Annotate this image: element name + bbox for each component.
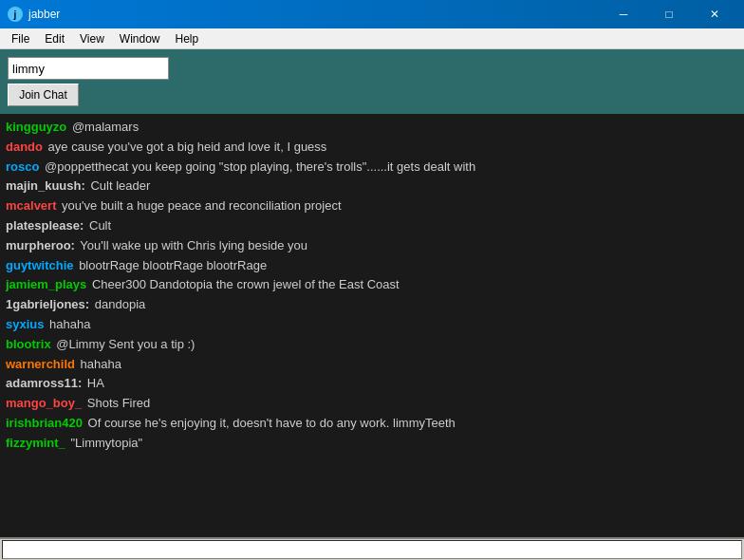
- username: kingguyzo: [6, 120, 66, 134]
- message-line: jamiem_plays Cheer300 Dandotopia the cro…: [6, 275, 738, 295]
- username: blootrix: [6, 337, 51, 351]
- menu-help[interactable]: Help: [168, 30, 207, 47]
- title-bar-left: j jabber: [8, 7, 60, 22]
- message-text: Cheer300 Dandotopia the crown jewel of t…: [88, 277, 399, 291]
- chat-container: kingguyzo @malamarsdando aye cause you'v…: [0, 114, 744, 537]
- message-text: you've built a huge peace and reconcilia…: [58, 198, 341, 213]
- message-line: warnerchild hahaha: [6, 355, 738, 375]
- message-text: @Limmy Sent you a tip :): [53, 337, 195, 351]
- message-text: Cult leader: [87, 178, 150, 193]
- input-bar: [0, 537, 744, 560]
- username: adamross11:: [6, 376, 82, 390]
- message-line: mcalvert you've built a huge peace and r…: [6, 196, 738, 216]
- message-text: HA: [84, 376, 104, 390]
- message-line: dando aye cause you've got a big heid an…: [6, 138, 738, 158]
- message-line: syxius hahaha: [6, 315, 738, 335]
- join-chat-button[interactable]: Join Chat: [8, 84, 79, 106]
- username: 1gabrieljones:: [6, 297, 89, 311]
- username: murpheroo:: [6, 238, 75, 252]
- message-text: Cult: [85, 218, 111, 233]
- menu-file[interactable]: File: [4, 30, 37, 47]
- message-text: hahaha: [46, 317, 90, 331]
- message-line: platesplease: Cult: [6, 216, 738, 236]
- message-line: mango_boy_ Shots Fired: [6, 394, 738, 414]
- title-bar-controls: ─ □ ✕: [602, 0, 736, 28]
- menu-window[interactable]: Window: [112, 30, 168, 47]
- message-line: majin_kuush: Cult leader: [6, 177, 738, 196]
- username: syxius: [6, 317, 44, 331]
- username: majin_kuush:: [6, 178, 85, 193]
- username: mango_boy_: [6, 396, 82, 410]
- message-text: blootrRage blootrRage blootrRage: [76, 258, 268, 272]
- top-controls: Join Chat: [0, 49, 744, 114]
- username: jamiem_plays: [6, 277, 86, 291]
- username: guytwitchie: [6, 258, 74, 272]
- minimize-button[interactable]: ─: [602, 0, 645, 28]
- maximize-button[interactable]: □: [647, 0, 691, 28]
- menu-edit[interactable]: Edit: [37, 30, 72, 47]
- username: platesplease:: [6, 218, 84, 233]
- message-line: rosco @poppetthecat you keep going "stop…: [6, 158, 738, 177]
- username: mcalvert: [6, 198, 56, 213]
- message-text: You'll wake up with Chris lying beside y…: [77, 238, 307, 252]
- message-text: dandopia: [91, 297, 145, 311]
- message-line: guytwitchie blootrRage blootrRage blootr…: [6, 256, 738, 276]
- message-text: hahaha: [77, 357, 121, 371]
- message-line: murpheroo: You'll wake up with Chris lyi…: [6, 236, 738, 256]
- username: rosco: [6, 159, 39, 174]
- message-line: fizzymint_ "Limmytopia": [6, 434, 738, 454]
- message-text: @poppetthecat you keep going "stop playi…: [41, 159, 475, 174]
- message-text: Shots Fired: [84, 396, 150, 410]
- message-text: Of course he's enjoying it, doesn't have…: [84, 416, 456, 430]
- username: dando: [6, 140, 43, 154]
- message-line: blootrix @Limmy Sent you a tip :): [6, 335, 738, 355]
- menu-bar: File Edit View Window Help: [0, 28, 744, 49]
- title-bar: j jabber ─ □ ✕: [0, 0, 744, 28]
- username: irishbrian420: [6, 416, 83, 430]
- menu-view[interactable]: View: [72, 30, 112, 47]
- message-text: @malamars: [68, 120, 139, 134]
- channel-input[interactable]: [8, 57, 169, 80]
- chat-messages[interactable]: kingguyzo @malamarsdando aye cause you'v…: [0, 114, 744, 537]
- username: fizzymint_: [6, 436, 65, 450]
- message-line: adamross11: HA: [6, 374, 738, 394]
- username: warnerchild: [6, 357, 75, 371]
- app-title: jabber: [28, 8, 60, 21]
- message-line: 1gabrieljones: dandopia: [6, 295, 738, 315]
- message-text: "Limmytopia": [67, 436, 142, 450]
- close-button[interactable]: ✕: [693, 0, 736, 28]
- message-input[interactable]: [2, 540, 742, 559]
- app-icon: j: [8, 7, 23, 22]
- message-line: kingguyzo @malamars: [6, 118, 738, 138]
- message-text: aye cause you've got a big heid and love…: [45, 140, 326, 154]
- message-line: irishbrian420 Of course he's enjoying it…: [6, 414, 738, 434]
